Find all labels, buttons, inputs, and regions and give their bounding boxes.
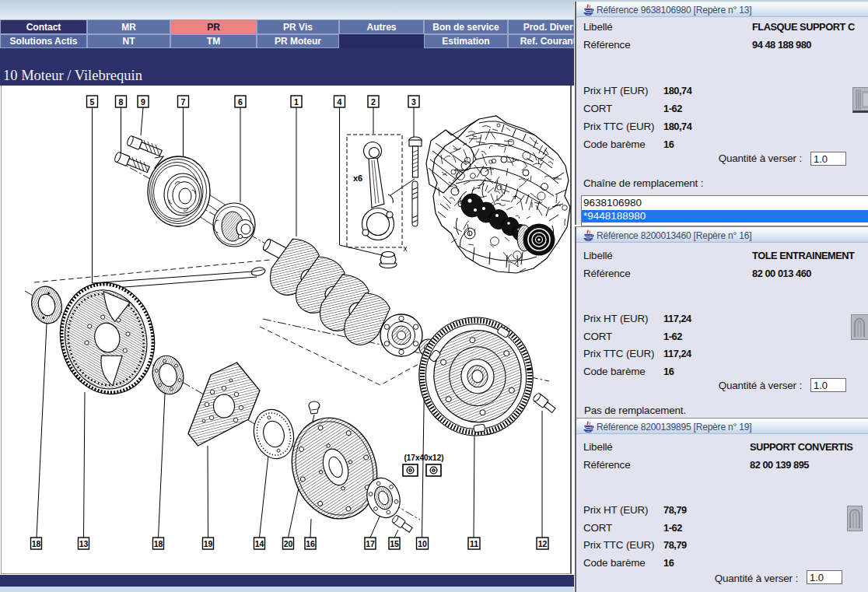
svg-text:19: 19 [204,539,213,548]
svg-text:12: 12 [538,539,548,548]
svg-text:14: 14 [255,539,264,548]
svg-text:7: 7 [181,97,186,107]
svg-text:x: x [404,244,408,253]
svg-text:18: 18 [154,539,163,548]
svg-text:2: 2 [371,97,376,107]
svg-text:18: 18 [32,539,41,548]
svg-text:8: 8 [119,97,124,107]
svg-text:x6: x6 [353,173,362,183]
svg-text:16: 16 [306,539,315,548]
svg-text:9: 9 [141,97,145,107]
svg-text:6: 6 [238,97,243,107]
svg-text:1: 1 [294,97,299,107]
svg-text:5: 5 [90,97,95,107]
svg-text:10: 10 [418,539,427,548]
svg-text:11: 11 [470,539,478,548]
svg-text:13: 13 [79,539,89,548]
svg-text:20: 20 [284,539,293,548]
svg-text:(17x40x12): (17x40x12) [404,454,443,462]
svg-text:3: 3 [411,97,416,107]
svg-text:15: 15 [390,539,399,548]
svg-text:17: 17 [366,539,375,548]
svg-text:4: 4 [338,97,342,107]
